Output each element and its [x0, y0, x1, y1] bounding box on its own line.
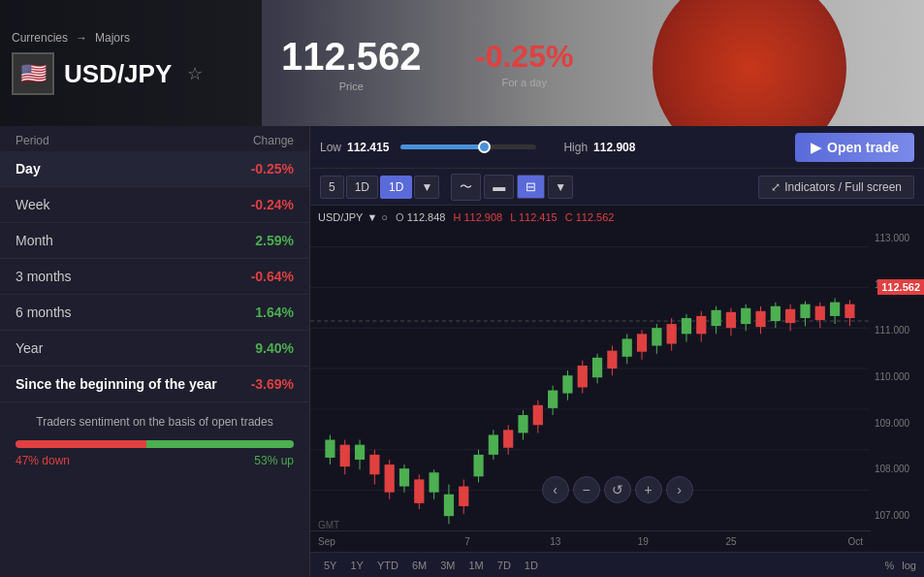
log-button[interactable]: log [902, 560, 916, 571]
main-layout: Period Change Day -0.25% Week -0.24% Mon… [0, 126, 924, 577]
svg-rect-43 [578, 366, 588, 387]
price-level-109: 109.000 [875, 418, 920, 429]
gmt-label: GMT [318, 520, 339, 530]
chart-pair[interactable]: USD/JPY [318, 211, 363, 223]
price-change-value: -0.25% [475, 39, 573, 75]
svg-rect-47 [607, 351, 617, 369]
open-trade-button[interactable]: ▶ Open trade [795, 133, 914, 162]
svg-rect-37 [533, 405, 543, 425]
btf-1y[interactable]: 1Y [344, 558, 368, 573]
price-level-107: 107.000 [875, 510, 920, 521]
nav-prev-button[interactable]: ‹ [542, 476, 569, 503]
breadcrumb-arrow: → [76, 31, 87, 45]
svg-rect-79 [844, 305, 854, 318]
sentiment-bar [16, 440, 294, 448]
svg-rect-73 [800, 305, 810, 318]
period-label-since: Since the beginning of the year [16, 376, 217, 392]
percent-button[interactable]: % [885, 560, 895, 571]
sentiment-down-label: 47% down [16, 454, 70, 467]
ohlc-o: O 112.848 [396, 211, 445, 223]
period-label-day: Day [16, 161, 41, 176]
flag-box: 🇺🇸 [12, 52, 54, 95]
low-label: Low [320, 141, 341, 154]
svg-rect-25 [444, 495, 454, 516]
flag-emoji: 🇺🇸 [20, 61, 47, 86]
circle-icon: ○ [381, 211, 388, 223]
nav-minus-button[interactable]: − [573, 476, 600, 503]
period-row-3months[interactable]: 3 months -0.64% [0, 259, 309, 295]
current-price-label: 112.562 [877, 279, 924, 295]
btf-1m[interactable]: 1M [463, 558, 490, 573]
period-row-6months[interactable]: 6 months 1.64% [0, 295, 309, 331]
btf-7d[interactable]: 7D [492, 558, 517, 573]
svg-rect-41 [562, 375, 572, 393]
svg-rect-51 [637, 334, 647, 351]
period-row-year[interactable]: Year 9.40% [0, 331, 309, 367]
ohlc-l: L 112.415 [510, 211, 558, 223]
ohlc-c: C 112.562 [565, 211, 615, 223]
low-high-display: Low 112.415 High 112.908 [320, 141, 635, 154]
svg-rect-69 [771, 306, 781, 321]
fullscreen-icon: ⤢ [771, 180, 781, 194]
sentiment-labels: 47% down 53% up [16, 454, 294, 467]
time-oct: Oct [775, 536, 863, 547]
svg-rect-49 [622, 338, 632, 356]
price-level-113: 113.000 [875, 233, 920, 243]
svg-rect-63 [726, 312, 736, 328]
change-year: 9.40% [255, 340, 294, 356]
pair-dropdown-icon[interactable]: ▼ [366, 211, 377, 223]
chart-type-dropdown[interactable]: ▼ [548, 176, 573, 199]
chart-type-area[interactable]: ▬ [484, 175, 514, 199]
chart-type-candle[interactable]: ⊟ [517, 175, 545, 199]
tf-5-button[interactable]: 5 [320, 176, 344, 199]
play-icon: ▶ [811, 140, 821, 155]
indicators-label: Indicators / Full screen [784, 180, 902, 194]
header-banner: Currencies → Majors 🇺🇸 USD/JPY ☆ 112.562… [0, 0, 924, 126]
svg-rect-71 [785, 309, 795, 323]
price-axis: 113.000 112.000 111.000 110.000 109.000 … [871, 229, 924, 525]
tf-1d-active-button[interactable]: 1D [380, 176, 412, 199]
header-left: Currencies → Majors 🇺🇸 USD/JPY ☆ [0, 0, 262, 126]
change-6months: 1.64% [255, 305, 294, 320]
high-value: 112.908 [593, 141, 635, 154]
chart-nav: ‹ − ↺ + › [542, 476, 693, 503]
favorite-star[interactable]: ☆ [187, 63, 203, 84]
btf-ytd[interactable]: YTD [371, 558, 404, 573]
btf-6m[interactable]: 6M [406, 558, 432, 573]
range-fill [400, 144, 482, 149]
indicators-fullscreen-button[interactable]: ⤢ Indicators / Full screen [758, 176, 914, 199]
tf-dropdown-button[interactable]: ▼ [414, 176, 439, 199]
btf-1d[interactable]: 1D [519, 558, 544, 573]
time-13: 13 [511, 536, 599, 547]
change-since: -3.69% [251, 376, 294, 392]
breadcrumb-majors[interactable]: Majors [95, 31, 130, 45]
range-bar [400, 144, 536, 149]
period-row-day[interactable]: Day -0.25% [0, 151, 309, 187]
btf-3m[interactable]: 3M [434, 558, 461, 573]
tf-1d-left-button[interactable]: 1D [346, 176, 378, 199]
time-25: 25 [687, 536, 776, 547]
period-row-week[interactable]: Week -0.24% [0, 187, 309, 223]
breadcrumb-currencies[interactable]: Currencies [12, 31, 68, 45]
svg-rect-45 [592, 358, 602, 377]
svg-rect-67 [755, 311, 765, 327]
period-label-week: Week [16, 197, 50, 212]
nav-refresh-button[interactable]: ↺ [604, 476, 631, 503]
period-row-month[interactable]: Month 2.59% [0, 223, 309, 259]
nav-next-button[interactable]: › [666, 476, 693, 503]
change-month: 2.59% [255, 233, 294, 248]
bottom-right-controls: % log [885, 560, 916, 571]
pair-name[interactable]: USD/JPY [64, 59, 172, 89]
price-value: 112.562 [281, 35, 422, 79]
pair-info: USD/JPY ▼ ○ [318, 211, 388, 223]
period-row-since[interactable]: Since the beginning of the year -3.69% [0, 367, 309, 402]
btf-5y[interactable]: 5Y [318, 558, 342, 573]
nav-plus-button[interactable]: + [635, 476, 662, 503]
open-trade-label: Open trade [827, 140, 899, 155]
svg-rect-33 [503, 430, 513, 447]
chart-type-line[interactable]: 〜 [451, 174, 481, 201]
price-level-111: 111.000 [875, 325, 920, 336]
svg-rect-11 [340, 445, 350, 466]
svg-rect-27 [459, 487, 468, 506]
svg-rect-35 [518, 415, 527, 433]
